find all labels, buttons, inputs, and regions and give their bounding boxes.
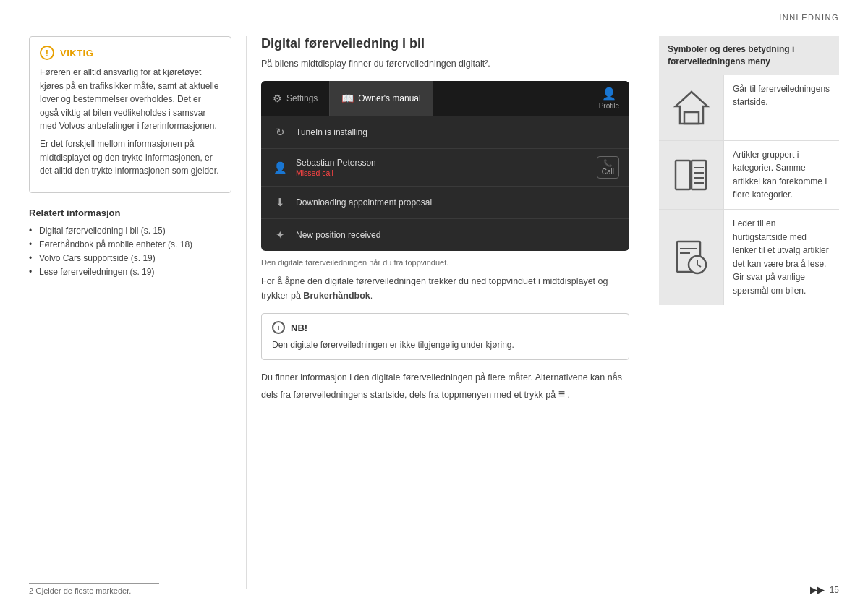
- symbol-desc-house: Går til førerveiledningens startside.: [724, 75, 839, 140]
- list-item: Digital førerveiledning i bil (s. 15): [29, 224, 231, 238]
- viktig-header: ! VIKTIG: [40, 46, 221, 60]
- symbol-item-house: Går til førerveiledningens startside.: [659, 75, 839, 141]
- svg-rect-2: [676, 161, 690, 189]
- svg-rect-1: [684, 112, 699, 124]
- list-item: Førerhåndbok på mobile enheter (s. 18): [29, 238, 231, 252]
- download-text: Downloading appointment proposal: [296, 197, 619, 208]
- quickstart-icon-box: [659, 210, 724, 305]
- symbol-item-book: Artikler gruppert i kategorier. Samme ar…: [659, 141, 839, 210]
- house-icon-box: [659, 75, 724, 140]
- body-text-1: For å åpne den digitale førerveiledninge…: [261, 274, 629, 303]
- list-item: Volvo Cars supportside (s. 19): [29, 252, 231, 265]
- mid-column: Digital førerveiledning i bil På bilens …: [246, 36, 644, 589]
- car-display: ⚙ Settings 📖 Owner's manual 👤 Profile ↻ …: [261, 81, 629, 251]
- left-column: ! VIKTIG Føreren er alltid ansvarlig for…: [29, 36, 246, 589]
- nb-header: i NB!: [272, 321, 618, 334]
- tunein-text: TuneIn is installing: [296, 127, 619, 137]
- phone-icon: 📞: [603, 159, 612, 167]
- profile-icon: 👤: [602, 87, 616, 101]
- position-text: New position received: [296, 230, 619, 240]
- relatert-list: Digital førerveiledning i bil (s. 15) Fø…: [29, 224, 231, 280]
- display-list-item: 👤 Sebastian Petersson Missed call 📞 Call: [261, 149, 629, 187]
- body-text-2: Du finner informasjon i den digitale før…: [261, 370, 629, 403]
- book-icon-box: [659, 141, 724, 209]
- info-icon: i: [272, 321, 285, 334]
- symbol-item-quickstart: Leder til en hurtigstartside med lenker …: [659, 210, 839, 305]
- nb-box: i NB! Den digitale førerveiledningen er …: [261, 313, 629, 360]
- quickstart-icon: [670, 236, 713, 279]
- svg-rect-3: [692, 161, 706, 189]
- viktig-box: ! VIKTIG Føreren er alltid ansvarlig for…: [29, 36, 231, 193]
- right-header: Symboler og deres betydning i førerveile…: [659, 36, 839, 75]
- relatert-section: Relatert informasjon Digital førerveiled…: [29, 208, 231, 280]
- footnote: 2 Gjelder de fleste markeder.: [29, 583, 159, 595]
- display-list-item: ✦ New position received: [261, 219, 629, 251]
- svg-marker-0: [676, 92, 707, 124]
- list-item: Lese førerveiledningen (s. 19): [29, 265, 231, 279]
- page-content: ! VIKTIG Føreren er alltid ansvarlig for…: [29, 36, 839, 589]
- profile-tab[interactable]: 👤 Profile: [589, 81, 629, 116]
- symbol-desc-quickstart: Leder til en hurtigstartside med lenker …: [724, 210, 839, 305]
- tunein-icon: ↻: [271, 124, 289, 141]
- display-nav: ⚙ Settings 📖 Owner's manual 👤 Profile: [261, 81, 629, 116]
- nb-body: Den digitale førerveiledningen er ikke t…: [272, 338, 618, 352]
- nb-title: NB!: [291, 322, 307, 333]
- section-intro: På bilens midtdisplay finner du førervei…: [261, 57, 629, 71]
- right-column: Symboler og deres betydning i førerveile…: [644, 36, 839, 589]
- manual-tab[interactable]: 📖 Owner's manual: [330, 81, 433, 116]
- display-caption: Den digitale førerveiledningen når du fr…: [261, 258, 629, 267]
- display-list: ↻ TuneIn is installing 👤 Sebastian Peter…: [261, 116, 629, 251]
- relatert-title: Relatert informasjon: [29, 208, 231, 218]
- settings-icon: ⚙: [273, 93, 282, 104]
- section-title: Digital førerveiledning i bil: [261, 36, 629, 51]
- download-icon: ⬇: [271, 194, 289, 211]
- forward-arrows: ▶▶: [810, 584, 825, 595]
- person-icon: 👤: [271, 159, 289, 176]
- display-list-item: ⬇ Downloading appointment proposal: [261, 187, 629, 219]
- warning-icon: !: [40, 46, 54, 60]
- categories-icon: [670, 153, 713, 197]
- person-text: Sebastian Petersson Missed call: [296, 158, 590, 177]
- position-icon: ✦: [271, 226, 289, 244]
- symbol-desc-book: Artikler gruppert i kategorier. Samme ar…: [724, 141, 839, 209]
- page-number: 15: [830, 585, 839, 595]
- book-tab-icon: 📖: [341, 93, 354, 104]
- call-button[interactable]: 📞 Call: [597, 156, 619, 179]
- viktig-body: Føreren er alltid ansvarlig for at kjøre…: [40, 66, 221, 178]
- house-icon: [670, 86, 713, 129]
- page-header: INNLEDNING: [779, 13, 839, 22]
- settings-tab[interactable]: ⚙ Settings: [261, 81, 330, 116]
- display-list-item: ↻ TuneIn is installing: [261, 116, 629, 149]
- viktig-title: VIKTIG: [60, 48, 93, 59]
